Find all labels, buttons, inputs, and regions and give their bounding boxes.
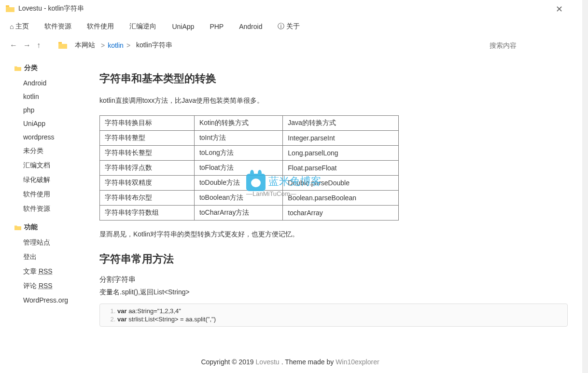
info-icon: ⓘ [278, 22, 284, 31]
sidebar-item[interactable]: Android [14, 76, 95, 90]
folder-icon [6, 5, 14, 12]
subheading-split: 分割字符串 [99, 275, 568, 284]
toolbar: ← → ↑ 本网站 > kotlin > kotlin字符串 [0, 36, 582, 55]
sidebar-item[interactable]: 汇编文档 [14, 158, 95, 173]
title-bar: Lovestu - kotlin字符串 ✕ [0, 0, 582, 17]
breadcrumb: 本网站 > kotlin > kotlin字符串 [51, 39, 480, 52]
sidebar-item[interactable]: 软件使用 [14, 187, 95, 202]
table-header: Java的转换方式 [283, 116, 399, 131]
menu-about[interactable]: ⓘ关于 [278, 22, 300, 31]
home-icon: ⌂ [10, 23, 14, 30]
menu-soft-res[interactable]: 软件资源 [44, 22, 71, 31]
sidebar-item[interactable]: kotlin [14, 90, 95, 103]
sidebar-categories-title: 分类 [14, 64, 95, 72]
code-line: var aa:String="1,2,3,4" [117, 307, 563, 315]
menu-bar: ⌂主页 软件资源 软件使用 汇编逆向 UniApp PHP Android ⓘ关… [0, 17, 582, 36]
paragraph: kotlin直接调用toxx方法，比Java使用包装类简单很多。 [99, 95, 568, 107]
main-content[interactable]: 字符串和基本类型的转换 kotlin直接调用toxx方法，比Java使用包装类简… [95, 55, 582, 351]
table-row: 字符串转字符数组toCharArray方法tocharArray [100, 206, 399, 221]
svg-rect-1 [58, 42, 62, 43]
footer-theme-link[interactable]: Win10explorer [336, 358, 379, 366]
menu-soft-use[interactable]: 软件使用 [87, 22, 114, 31]
code-block: var aa:String="1,2,3,4" var strlist:List… [99, 304, 568, 327]
window-title: Lovestu - kotlin字符串 [18, 4, 84, 13]
table-header: 字符串转换目标 [100, 116, 195, 131]
search-input[interactable] [486, 38, 573, 53]
menu-home[interactable]: ⌂主页 [10, 22, 29, 31]
sidebar-item[interactable]: wordpress [14, 130, 95, 144]
menu-uniapp[interactable]: UniApp [172, 23, 194, 30]
nav-forward-icon[interactable]: → [23, 41, 31, 50]
breadcrumb-root[interactable]: 本网站 [75, 41, 95, 50]
menu-reverse[interactable]: 汇编逆向 [129, 22, 156, 31]
nav-up-icon[interactable]: ↑ [37, 41, 41, 50]
sidebar-item[interactable]: 管理站点 [14, 235, 95, 250]
svg-rect-0 [6, 5, 9, 7]
folder-icon [14, 225, 21, 230]
heading-conversion: 字符串和基本类型的转换 [99, 71, 568, 86]
chevron-right-icon: > [126, 41, 130, 49]
folder-icon [14, 66, 21, 71]
breadcrumb-kotlin[interactable]: kotlin [108, 41, 124, 49]
breadcrumb-current: kotlin字符串 [136, 41, 172, 50]
chevron-right-icon: > [101, 41, 105, 49]
code-line: var strlist:List<String> = aa.split(",") [117, 315, 563, 323]
sidebar-item[interactable]: 评论 RSS [14, 279, 95, 293]
sidebar-item[interactable]: 未分类 [14, 144, 95, 158]
sidebar-item[interactable]: WordPress.org [14, 293, 95, 307]
paragraph: 变量名.split(),返回List<String> [99, 286, 568, 298]
nav-back-icon[interactable]: ← [10, 41, 17, 50]
table-row: 字符串转布尔型toBoolean方法Boolean.parseBoolean [100, 191, 399, 206]
folder-icon [58, 42, 67, 49]
sidebar-item[interactable]: UniApp [14, 117, 95, 130]
sidebar-item[interactable]: 软件资源 [14, 202, 95, 216]
paragraph: 显而易见，Kotlin对字符串的类型转换方式更友好，也更方便记忆。 [99, 228, 568, 240]
close-icon[interactable]: ✕ [556, 4, 563, 14]
sidebar-functions-title: 功能 [14, 223, 95, 232]
table-row: 字符串转整型toInt方法Integer.parseInt [100, 131, 399, 146]
menu-php[interactable]: PHP [210, 23, 224, 30]
conversion-table: 字符串转换目标Kotin的转换方式Java的转换方式字符串转整型toInt方法I… [99, 115, 399, 221]
menu-android[interactable]: Android [239, 23, 262, 30]
table-row: 字符串转长整型toLong方法Long.parselLong [100, 146, 399, 161]
table-header: Kotin的转换方式 [194, 116, 282, 131]
footer: Copyright © 2019 Lovestu . Theme made by… [0, 351, 582, 373]
sidebar-item[interactable]: 文章 RSS [14, 264, 95, 279]
footer-site-link[interactable]: Lovestu [256, 358, 280, 366]
table-row: 字符串转浮点数toFloat方法Float.parseFloat [100, 161, 399, 176]
heading-methods: 字符串常用方法 [99, 252, 568, 266]
sidebar-item[interactable]: 登出 [14, 250, 95, 264]
sidebar-item[interactable]: php [14, 103, 95, 117]
sidebar: 分类 AndroidkotlinphpUniAppwordpress未分类汇编文… [0, 55, 95, 351]
table-row: 字符串转双精度toDouble方法Double.parseDouble [100, 176, 399, 191]
sidebar-item[interactable]: 绿化破解 [14, 173, 95, 187]
